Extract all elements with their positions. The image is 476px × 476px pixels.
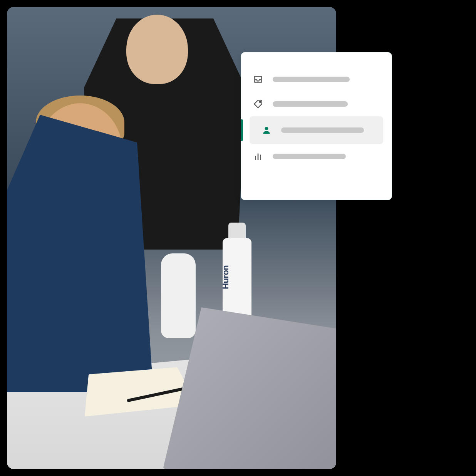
product-bottle-1 bbox=[161, 253, 196, 338]
nav-label-placeholder bbox=[273, 154, 346, 159]
person-icon bbox=[261, 125, 272, 136]
nav-label-placeholder bbox=[273, 77, 350, 82]
analytics-icon bbox=[253, 151, 263, 162]
person-standing-head bbox=[126, 15, 188, 84]
inbox-icon bbox=[253, 74, 263, 85]
person-seated bbox=[7, 115, 153, 392]
nav-item-products[interactable] bbox=[241, 92, 392, 116]
svg-point-1 bbox=[265, 127, 268, 130]
nav-label-placeholder bbox=[281, 127, 364, 133]
tag-icon bbox=[253, 99, 263, 109]
nav-item-inbox[interactable] bbox=[241, 67, 392, 92]
nav-item-analytics[interactable] bbox=[241, 144, 392, 169]
nav-item-customers[interactable] bbox=[250, 116, 383, 144]
svg-point-0 bbox=[260, 101, 261, 102]
nav-label-placeholder bbox=[273, 101, 348, 107]
product-brand-label: Huron bbox=[221, 265, 231, 289]
navigation-panel bbox=[241, 52, 392, 200]
